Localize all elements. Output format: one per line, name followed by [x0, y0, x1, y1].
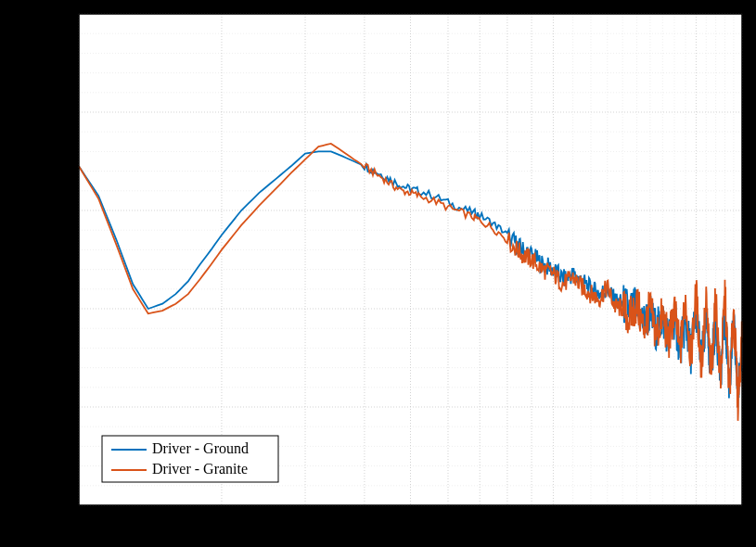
legend: Driver - GroundDriver - Granite	[102, 436, 278, 482]
chart-svg: Driver - GroundDriver - Granite	[0, 0, 756, 547]
legend-label-0: Driver - Ground	[152, 440, 249, 456]
chart-container: Driver - GroundDriver - Granite	[0, 0, 756, 547]
legend-label-1: Driver - Granite	[152, 461, 248, 477]
